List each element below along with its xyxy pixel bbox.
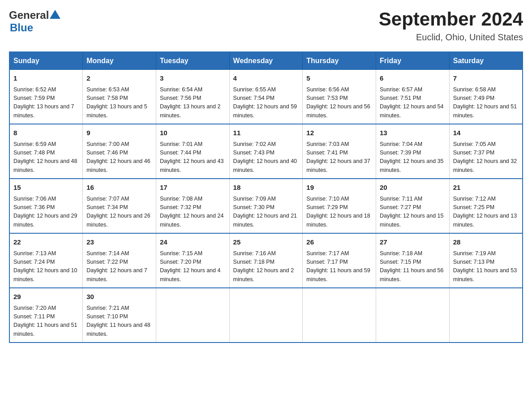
- day-info: Sunrise: 7:06 AMSunset: 7:36 PMDaylight:…: [13, 195, 79, 230]
- page-header: General Blue September 2024 Euclid, Ohio…: [9, 9, 523, 43]
- svg-marker-0: [50, 10, 60, 19]
- day-info: Sunrise: 6:53 AMSunset: 7:58 PMDaylight:…: [86, 86, 152, 120]
- day-info: Sunrise: 7:15 AMSunset: 7:20 PMDaylight:…: [160, 249, 226, 284]
- calendar-cell: 15Sunrise: 7:06 AMSunset: 7:36 PMDayligh…: [9, 179, 83, 233]
- page-title: September 2024: [379, 9, 523, 30]
- calendar-cell: 10Sunrise: 7:01 AMSunset: 7:44 PMDayligh…: [156, 124, 229, 179]
- day-number: 29: [13, 292, 79, 302]
- day-number: 2: [86, 73, 152, 84]
- calendar-cell: 5Sunrise: 6:56 AMSunset: 7:53 PMDaylight…: [303, 70, 376, 124]
- day-number: 3: [160, 73, 226, 84]
- calendar-cell: 14Sunrise: 7:05 AMSunset: 7:37 PMDayligh…: [449, 124, 523, 179]
- weekday-header-saturday: Saturday: [449, 52, 523, 70]
- calendar-cell: 17Sunrise: 7:08 AMSunset: 7:32 PMDayligh…: [156, 179, 229, 233]
- day-info: Sunrise: 7:00 AMSunset: 7:46 PMDaylight:…: [86, 140, 152, 175]
- weekday-header-thursday: Thursday: [303, 52, 376, 70]
- day-info: Sunrise: 7:21 AMSunset: 7:10 PMDaylight:…: [86, 304, 152, 339]
- day-info: Sunrise: 6:54 AMSunset: 7:56 PMDaylight:…: [160, 86, 226, 120]
- calendar-cell: 25Sunrise: 7:16 AMSunset: 7:18 PMDayligh…: [229, 233, 303, 288]
- weekday-header-tuesday: Tuesday: [156, 52, 229, 70]
- calendar-cell: [449, 288, 523, 342]
- day-number: 22: [13, 237, 79, 248]
- calendar-cell: 9Sunrise: 7:00 AMSunset: 7:46 PMDaylight…: [83, 124, 156, 179]
- day-number: 1: [13, 73, 79, 84]
- day-info: Sunrise: 7:08 AMSunset: 7:32 PMDaylight:…: [160, 195, 226, 230]
- logo-text-blue: Blue: [10, 21, 33, 34]
- day-number: 13: [380, 128, 446, 138]
- calendar-cell: 26Sunrise: 7:17 AMSunset: 7:17 PMDayligh…: [303, 233, 376, 288]
- calendar-cell: 20Sunrise: 7:11 AMSunset: 7:27 PMDayligh…: [376, 179, 450, 233]
- calendar-cell: 16Sunrise: 7:07 AMSunset: 7:34 PMDayligh…: [83, 179, 156, 233]
- calendar-week-3: 15Sunrise: 7:06 AMSunset: 7:36 PMDayligh…: [9, 179, 523, 233]
- day-number: 8: [13, 128, 79, 138]
- calendar-week-5: 29Sunrise: 7:20 AMSunset: 7:11 PMDayligh…: [9, 288, 523, 342]
- day-info: Sunrise: 7:11 AMSunset: 7:27 PMDaylight:…: [380, 195, 446, 230]
- day-info: Sunrise: 7:02 AMSunset: 7:43 PMDaylight:…: [233, 140, 299, 175]
- day-number: 7: [453, 73, 519, 84]
- calendar-cell: [376, 288, 450, 342]
- calendar-cell: 23Sunrise: 7:14 AMSunset: 7:22 PMDayligh…: [83, 233, 156, 288]
- weekday-header-friday: Friday: [376, 52, 450, 70]
- calendar-cell: 4Sunrise: 6:55 AMSunset: 7:54 PMDaylight…: [229, 70, 303, 124]
- calendar-cell: 28Sunrise: 7:19 AMSunset: 7:13 PMDayligh…: [449, 233, 523, 288]
- calendar-cell: 11Sunrise: 7:02 AMSunset: 7:43 PMDayligh…: [229, 124, 303, 179]
- calendar-cell: [229, 288, 303, 342]
- day-number: 15: [13, 183, 79, 193]
- day-info: Sunrise: 6:58 AMSunset: 7:49 PMDaylight:…: [453, 86, 519, 120]
- weekday-header-monday: Monday: [83, 52, 156, 70]
- day-info: Sunrise: 6:56 AMSunset: 7:53 PMDaylight:…: [306, 86, 372, 120]
- day-number: 10: [160, 128, 226, 138]
- day-number: 14: [453, 128, 519, 138]
- calendar-cell: 13Sunrise: 7:04 AMSunset: 7:39 PMDayligh…: [376, 124, 450, 179]
- day-number: 23: [86, 237, 152, 248]
- calendar-cell: 30Sunrise: 7:21 AMSunset: 7:10 PMDayligh…: [83, 288, 156, 342]
- day-number: 27: [380, 237, 446, 248]
- calendar-week-4: 22Sunrise: 7:13 AMSunset: 7:24 PMDayligh…: [9, 233, 523, 288]
- day-number: 25: [233, 237, 299, 248]
- weekday-header-sunday: Sunday: [9, 52, 83, 70]
- day-info: Sunrise: 6:59 AMSunset: 7:48 PMDaylight:…: [13, 140, 79, 175]
- calendar-cell: 1Sunrise: 6:52 AMSunset: 7:59 PMDaylight…: [9, 70, 83, 124]
- calendar-cell: 21Sunrise: 7:12 AMSunset: 7:25 PMDayligh…: [449, 179, 523, 233]
- day-number: 26: [306, 237, 372, 248]
- day-info: Sunrise: 7:09 AMSunset: 7:30 PMDaylight:…: [233, 195, 299, 230]
- day-number: 16: [86, 183, 152, 193]
- calendar-cell: 7Sunrise: 6:58 AMSunset: 7:49 PMDaylight…: [449, 70, 523, 124]
- day-info: Sunrise: 7:12 AMSunset: 7:25 PMDaylight:…: [453, 195, 519, 230]
- day-number: 17: [160, 183, 226, 193]
- day-info: Sunrise: 7:05 AMSunset: 7:37 PMDaylight:…: [453, 140, 519, 175]
- calendar-cell: 2Sunrise: 6:53 AMSunset: 7:58 PMDaylight…: [83, 70, 156, 124]
- logo-text-general: General: [9, 9, 49, 21]
- calendar-cell: 22Sunrise: 7:13 AMSunset: 7:24 PMDayligh…: [9, 233, 83, 288]
- day-info: Sunrise: 7:18 AMSunset: 7:15 PMDaylight:…: [380, 249, 446, 284]
- day-number: 12: [306, 128, 372, 138]
- day-number: 5: [306, 73, 372, 84]
- day-info: Sunrise: 6:52 AMSunset: 7:59 PMDaylight:…: [13, 86, 79, 120]
- day-info: Sunrise: 7:03 AMSunset: 7:41 PMDaylight:…: [306, 140, 372, 175]
- day-number: 11: [233, 128, 299, 138]
- day-info: Sunrise: 7:14 AMSunset: 7:22 PMDaylight:…: [86, 249, 152, 284]
- day-info: Sunrise: 7:16 AMSunset: 7:18 PMDaylight:…: [233, 249, 299, 284]
- day-info: Sunrise: 6:57 AMSunset: 7:51 PMDaylight:…: [380, 86, 446, 120]
- calendar-cell: 24Sunrise: 7:15 AMSunset: 7:20 PMDayligh…: [156, 233, 229, 288]
- day-info: Sunrise: 7:17 AMSunset: 7:17 PMDaylight:…: [306, 249, 372, 284]
- calendar-week-2: 8Sunrise: 6:59 AMSunset: 7:48 PMDaylight…: [9, 124, 523, 179]
- calendar-cell: 19Sunrise: 7:10 AMSunset: 7:29 PMDayligh…: [303, 179, 376, 233]
- day-info: Sunrise: 7:04 AMSunset: 7:39 PMDaylight:…: [380, 140, 446, 175]
- calendar-table: SundayMondayTuesdayWednesdayThursdayFrid…: [9, 51, 523, 343]
- day-info: Sunrise: 7:10 AMSunset: 7:29 PMDaylight:…: [306, 195, 372, 230]
- calendar-cell: 3Sunrise: 6:54 AMSunset: 7:56 PMDaylight…: [156, 70, 229, 124]
- calendar-cell: [156, 288, 229, 342]
- calendar-cell: 18Sunrise: 7:09 AMSunset: 7:30 PMDayligh…: [229, 179, 303, 233]
- day-number: 9: [86, 128, 152, 138]
- logo: General Blue: [9, 9, 61, 34]
- day-number: 18: [233, 183, 299, 193]
- day-info: Sunrise: 7:01 AMSunset: 7:44 PMDaylight:…: [160, 140, 226, 175]
- calendar-cell: 29Sunrise: 7:20 AMSunset: 7:11 PMDayligh…: [9, 288, 83, 342]
- day-info: Sunrise: 7:20 AMSunset: 7:11 PMDaylight:…: [13, 304, 79, 339]
- day-number: 6: [380, 73, 446, 84]
- day-number: 4: [233, 73, 299, 84]
- day-number: 28: [453, 237, 519, 248]
- day-info: Sunrise: 7:13 AMSunset: 7:24 PMDaylight:…: [13, 249, 79, 284]
- logo-triangle-icon: [49, 9, 61, 21]
